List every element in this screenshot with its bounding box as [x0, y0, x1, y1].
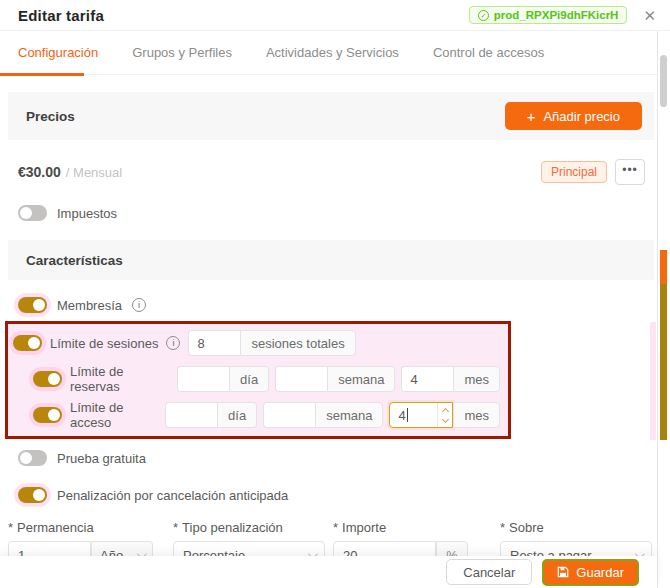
acceso-dia-input[interactable]: [165, 402, 217, 428]
acceso-dia-group: día: [165, 402, 257, 428]
cancel-button[interactable]: Cancelar: [446, 559, 532, 585]
price-row: €30.00 / Mensual Principal •••: [18, 158, 645, 186]
reservas-dia-group: día: [177, 366, 269, 392]
limite-sesiones-row: Límite de sesiones i sesiones totales: [13, 330, 500, 356]
membresia-label: Membresía: [57, 298, 122, 313]
save-floppy-icon: [557, 566, 569, 578]
price-period: / Mensual: [66, 165, 122, 180]
reservas-dia-unit: día: [229, 366, 269, 392]
reservas-mes-unit: mes: [453, 366, 500, 392]
price-amount: €30.00: [18, 164, 61, 180]
reservas-mes-group: mes: [401, 366, 500, 392]
limits-highlight-box: Límite de sesiones i sesiones totales Lí…: [5, 321, 511, 439]
product-id-badge: ✓ prod_RPXPi9dhFKicrH: [469, 6, 628, 24]
modal-title: Editar tarifa: [18, 7, 104, 24]
scrollbar-highlight-pink: [650, 322, 656, 440]
modal-footer: Cancelar Guardar: [0, 556, 657, 588]
limite-reservas-row: Límite de reservas día semana mes: [33, 366, 500, 392]
impuestos-label: Impuestos: [57, 206, 117, 221]
required-mark: *: [173, 520, 178, 535]
prueba-gratuita-row: Prueba gratuita: [18, 449, 146, 467]
reservas-semana-unit: semana: [327, 366, 395, 392]
tab-actividades-servicios[interactable]: Actividades y Servicios: [266, 45, 399, 60]
sobre-label: Sobre: [509, 520, 544, 535]
active-tab-indicator: [0, 73, 84, 76]
precios-section-header: Precios + Añadir precio: [8, 92, 654, 140]
prueba-gratuita-label: Prueba gratuita: [57, 451, 146, 466]
price-more-button[interactable]: •••: [615, 159, 645, 185]
sesiones-unit: sesiones totales: [240, 330, 355, 356]
stepper-down-icon[interactable]: [442, 415, 449, 422]
limite-acceso-label: Límite de acceso: [70, 400, 157, 430]
tipo-penalizacion-label: Tipo penalización: [182, 520, 283, 535]
tab-control-accesos[interactable]: Control de accesos: [433, 45, 544, 60]
reservas-semana-input[interactable]: [275, 366, 327, 392]
permanencia-label: Permanencia: [17, 520, 94, 535]
prueba-gratuita-toggle[interactable]: [18, 450, 47, 466]
limite-reservas-toggle[interactable]: [33, 371, 62, 387]
modal-header: Editar tarifa ✓ prod_RPXPi9dhFKicrH ✕: [0, 0, 670, 31]
add-price-button[interactable]: + Añadir precio: [505, 102, 642, 130]
scrollbar-highlight-olive: [660, 284, 667, 440]
impuestos-row: Impuestos: [18, 204, 117, 222]
penalizacion-label: Penalización por cancelación anticipada: [57, 488, 288, 503]
acceso-dia-unit: día: [217, 402, 257, 428]
save-label: Guardar: [576, 565, 624, 580]
required-mark: *: [333, 520, 338, 535]
penalizacion-row: Penalización por cancelación anticipada: [18, 486, 288, 504]
sesiones-totales-input[interactable]: [188, 330, 240, 356]
info-icon[interactable]: i: [132, 298, 146, 312]
caracteristicas-title: Características: [26, 253, 123, 268]
plus-icon: +: [527, 109, 536, 124]
number-stepper[interactable]: [437, 403, 452, 427]
importe-label: Importe: [342, 520, 386, 535]
save-button[interactable]: Guardar: [542, 559, 639, 586]
check-circle-icon: ✓: [478, 10, 489, 21]
edit-tariff-modal: Editar tarifa ✓ prod_RPXPi9dhFKicrH ✕ Co…: [0, 0, 670, 588]
precios-title: Precios: [26, 109, 75, 124]
scrollbar-thumb[interactable]: [660, 55, 667, 107]
acceso-mes-value: 4: [390, 408, 405, 423]
reservas-dia-input[interactable]: [177, 366, 229, 392]
limite-sesiones-label: Límite de sesiones: [50, 336, 158, 351]
product-id-text: prod_RPXPi9dhFKicrH: [494, 9, 619, 21]
reservas-mes-input[interactable]: [401, 366, 453, 392]
acceso-semana-group: semana: [263, 402, 383, 428]
add-price-label: Añadir precio: [543, 109, 620, 124]
acceso-semana-unit: semana: [315, 402, 383, 428]
required-mark: *: [500, 520, 505, 535]
limite-acceso-toggle[interactable]: [33, 407, 62, 423]
acceso-mes-group: 4 mes: [389, 402, 500, 428]
ellipsis-icon: •••: [622, 163, 638, 177]
acceso-mes-unit: mes: [453, 402, 500, 428]
tab-configuracion[interactable]: Configuración: [18, 45, 98, 60]
membresia-row: Membresía i: [18, 296, 146, 314]
scrollbar-track: [657, 0, 658, 588]
membresia-toggle[interactable]: [18, 297, 47, 313]
stepper-up-icon[interactable]: [442, 407, 449, 414]
acceso-semana-input[interactable]: [263, 402, 315, 428]
principal-badge: Principal: [541, 161, 607, 183]
scrollbar-highlight-orange: [660, 250, 667, 284]
tab-bar: Configuración Grupos y Perfiles Activida…: [0, 31, 657, 75]
tab-grupos-perfiles[interactable]: Grupos y Perfiles: [132, 45, 232, 60]
caracteristicas-section-header: Características: [8, 240, 654, 280]
info-icon[interactable]: i: [166, 336, 180, 350]
limite-sesiones-toggle[interactable]: [13, 335, 42, 351]
text-caret: [407, 408, 408, 422]
sesiones-input-group: sesiones totales: [188, 330, 355, 356]
close-icon[interactable]: ✕: [643, 8, 656, 23]
limite-acceso-row: Límite de acceso día semana 4: [33, 402, 500, 428]
impuestos-toggle[interactable]: [18, 205, 47, 221]
limite-reservas-label: Límite de reservas: [70, 364, 169, 394]
penalizacion-toggle[interactable]: [18, 487, 47, 503]
acceso-mes-input[interactable]: 4: [389, 402, 453, 428]
required-mark: *: [8, 520, 13, 535]
reservas-semana-group: semana: [275, 366, 395, 392]
